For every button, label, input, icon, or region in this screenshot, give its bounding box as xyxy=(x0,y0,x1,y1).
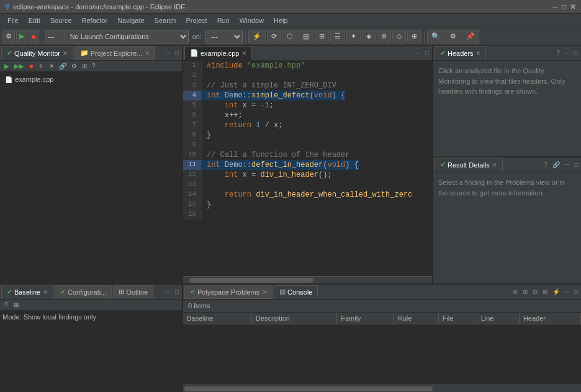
lr-btn1[interactable]: ⊞ xyxy=(521,288,529,296)
editor-hscrollbar[interactable] xyxy=(183,276,432,283)
toolbar-btn-4[interactable]: ▤ xyxy=(299,30,313,43)
tab-configurati[interactable]: ✔ Configurati... xyxy=(55,285,112,298)
run-button[interactable]: ▶ xyxy=(16,30,27,43)
lr-btn2[interactable]: ⊟ xyxy=(531,288,539,296)
qm-link-btn[interactable]: 🔗 xyxy=(57,62,68,70)
editor-hscrollbar-thumb[interactable] xyxy=(189,278,313,283)
on-select[interactable]: --- xyxy=(205,30,243,43)
stop-button[interactable]: ■ xyxy=(29,30,39,43)
result-win-controls: ? 🔗 ─ □ xyxy=(542,161,580,169)
search-toolbar-btn[interactable]: 🔍 xyxy=(427,30,444,43)
ll-minimize-btn[interactable]: ─ xyxy=(164,288,172,296)
headers-tab-close[interactable]: × xyxy=(476,48,481,58)
code-line-8: 8 } xyxy=(183,130,432,140)
menu-search[interactable]: Search xyxy=(150,16,181,25)
menu-refactor[interactable]: Refactor xyxy=(77,16,113,25)
ll-maximize-btn[interactable]: □ xyxy=(173,288,181,296)
toolbar-separator-2 xyxy=(245,30,246,43)
lr-btn3[interactable]: ⊠ xyxy=(541,288,549,296)
headers-help-btn[interactable]: ? xyxy=(554,49,562,57)
qm-tab-close[interactable]: × xyxy=(63,48,68,58)
result-link-btn[interactable]: 🔗 xyxy=(551,161,562,169)
tab-baseline[interactable]: ✔ Baseline × xyxy=(1,285,53,299)
toolbar-btn-1[interactable]: ⚡ xyxy=(248,30,266,43)
lr-minimize-btn[interactable]: ─ xyxy=(563,288,571,296)
editor-area[interactable]: 1 #include "example.hpp" 2 3 // Just a s… xyxy=(183,61,432,283)
code-area[interactable]: 1 #include "example.hpp" 2 3 // Just a s… xyxy=(183,61,432,276)
qm-run2-btn[interactable]: ▶▶ xyxy=(12,62,26,70)
toolbar-btn-2[interactable]: ⟳ xyxy=(267,30,281,43)
toolbar-separator-3 xyxy=(424,30,425,43)
qm-help-btn[interactable]: ? xyxy=(90,62,97,70)
code-line-13: 13 xyxy=(183,180,432,190)
menu-file[interactable]: File xyxy=(2,16,24,25)
lower-hscrollbar-thumb[interactable] xyxy=(184,386,433,391)
tab-outline[interactable]: ⊞ Outline xyxy=(113,285,153,298)
tab-project-explorer[interactable]: 📁 Project Explore... × xyxy=(74,46,156,60)
run-external-button[interactable]: ⚙ xyxy=(2,30,15,43)
editor-tab-close[interactable]: × xyxy=(241,48,246,58)
tree-item-example-cpp[interactable]: 📄 example.cpp xyxy=(2,74,179,84)
toolbar-btn-5[interactable]: ⊞ xyxy=(315,30,329,43)
result-tab-bar: ✔ Result Details × ? 🔗 ─ □ xyxy=(433,158,581,172)
code-line-9: 9 xyxy=(183,140,432,150)
lower-hscrollbar[interactable] xyxy=(183,385,581,392)
menu-navigate[interactable]: Navigate xyxy=(112,16,149,25)
toolbar-btn-9[interactable]: ⊛ xyxy=(377,30,391,43)
tab-example-cpp[interactable]: 📄 example.cpp × xyxy=(184,46,252,60)
menu-edit[interactable]: Edit xyxy=(24,16,45,25)
editor-minimize-btn[interactable]: ─ xyxy=(414,49,422,57)
result-help-btn[interactable]: ? xyxy=(542,161,549,169)
close-button[interactable]: ✕ xyxy=(570,2,576,11)
qm-expand-btn[interactable]: ⊞ xyxy=(80,62,89,70)
launch-config-select[interactable]: No Launch Configurations xyxy=(65,30,189,43)
qm-minimize-btn[interactable]: ─ xyxy=(164,49,172,57)
qm-settings-btn[interactable]: ⚙ xyxy=(70,62,79,70)
lr-filter-btn[interactable]: ⊗ xyxy=(511,288,520,296)
toolbar-btn-8[interactable]: ◈ xyxy=(362,30,376,43)
editor-maximize-btn[interactable]: □ xyxy=(423,49,431,57)
dash-input[interactable] xyxy=(45,30,63,43)
menu-source[interactable]: Source xyxy=(45,16,77,25)
qm-clear-btn[interactable]: ✕ xyxy=(47,62,56,70)
tab-console[interactable]: ▤ Console xyxy=(274,285,318,298)
code-text-11: int Demo::defect_in_header(void) { xyxy=(202,160,359,170)
tab-headers[interactable]: ✔ Headers × xyxy=(435,46,486,60)
qm-pause-btn[interactable]: ⏸ xyxy=(36,62,46,70)
result-tab-close[interactable]: × xyxy=(492,160,497,169)
ll-help-btn[interactable]: ? xyxy=(2,301,10,309)
code-line-14: 14 return div_in_header_when_called_with… xyxy=(183,190,432,200)
maximize-button[interactable]: □ xyxy=(562,2,566,11)
menu-window[interactable]: Window xyxy=(235,16,269,25)
headers-minimize-btn[interactable]: ─ xyxy=(563,49,571,57)
toolbar-btn-6[interactable]: ☰ xyxy=(330,30,345,43)
lr-btn4[interactable]: ⚡ xyxy=(551,288,562,296)
headers-maximize-btn[interactable]: □ xyxy=(572,49,580,57)
tab-result-details[interactable]: ✔ Result Details × xyxy=(435,158,503,172)
menu-project[interactable]: Project xyxy=(181,16,212,25)
qm-run-btn[interactable]: ▶ xyxy=(2,62,11,70)
polyspace-tab-close[interactable]: × xyxy=(262,287,267,296)
toolbar-btn-7[interactable]: ✦ xyxy=(346,30,361,43)
lr-maximize-btn[interactable]: □ xyxy=(572,288,580,296)
menu-run[interactable]: Run xyxy=(212,16,235,25)
ll-settings-btn[interactable]: ⊞ xyxy=(12,301,20,309)
baseline-tab-close[interactable]: × xyxy=(43,287,48,296)
result-maximize-btn[interactable]: □ xyxy=(572,161,580,169)
toolbar-btn-3[interactable]: ⬡ xyxy=(282,30,297,43)
code-line-10: 10 // Call a function of the header xyxy=(183,150,432,160)
toolbar-btn-10[interactable]: ◇ xyxy=(392,30,406,43)
pe-tab-label: Project Explore... xyxy=(91,50,143,57)
pin-toolbar-btn[interactable]: 📌 xyxy=(462,30,479,43)
settings-toolbar-btn[interactable]: ⚙ xyxy=(446,30,461,43)
tab-quality-monitor[interactable]: ✔ Quality Monitor × xyxy=(1,46,73,60)
minimize-button[interactable]: ─ xyxy=(552,2,558,11)
qm-stop-btn[interactable]: ■ xyxy=(27,62,35,70)
toolbar-btn-11[interactable]: ⊕ xyxy=(407,30,421,43)
check-icon: ✔ xyxy=(7,49,12,57)
qm-maximize-btn[interactable]: □ xyxy=(173,49,181,57)
menu-help[interactable]: Help xyxy=(269,16,293,25)
pe-tab-close[interactable]: × xyxy=(145,48,150,58)
tab-polyspace-problems[interactable]: ✔ Polyspace Problems × xyxy=(184,285,272,299)
result-minimize-btn[interactable]: ─ xyxy=(563,161,571,169)
